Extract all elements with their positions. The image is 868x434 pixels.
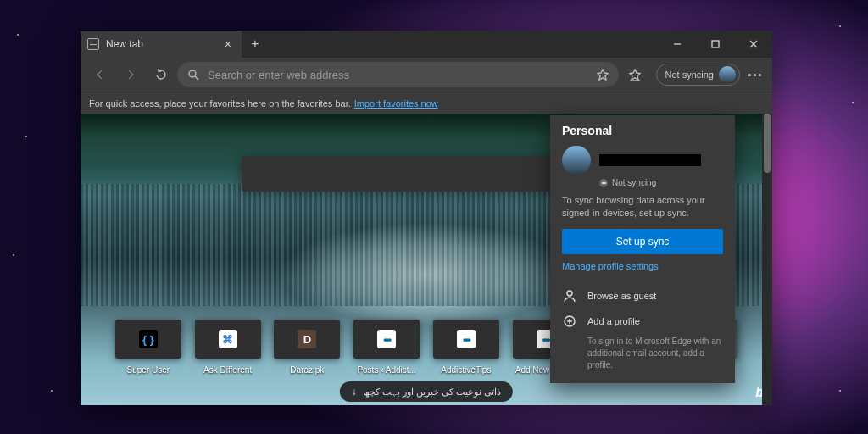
toolbar: Search or enter web address Not syncing: [81, 58, 772, 92]
ask-different-icon: ⌘: [219, 330, 237, 348]
favorites-button[interactable]: [620, 62, 649, 87]
scrollbar-thumb[interactable]: [764, 114, 771, 173]
favorite-star-icon[interactable]: [597, 69, 609, 81]
close-tab-button[interactable]: ×: [221, 37, 235, 51]
plus-circle-icon: [562, 314, 577, 329]
browser-tab[interactable]: New tab ×: [81, 31, 242, 58]
import-favorites-link[interactable]: Import favorites now: [354, 98, 438, 108]
close-window-button[interactable]: [734, 31, 772, 58]
svg-point-9: [567, 291, 572, 296]
person-icon: [562, 288, 577, 303]
settings-menu-button[interactable]: [742, 74, 767, 76]
sync-status-icon: [599, 179, 608, 187]
svg-point-4: [189, 70, 196, 77]
sync-status: Not syncing: [599, 178, 723, 187]
add-profile-desc: To sign in to Microsoft Edge with an add…: [587, 336, 723, 371]
refresh-button[interactable]: [147, 62, 175, 87]
vertical-scrollbar[interactable]: [762, 114, 772, 405]
tile-daraz[interactable]: D Daraz.pk: [274, 320, 342, 375]
daraz-icon: D: [298, 330, 316, 348]
sync-description: To sync browsing data across your signed…: [562, 194, 723, 220]
svg-marker-7: [630, 70, 640, 80]
profile-row[interactable]: [562, 146, 723, 175]
super-user-icon: { }: [139, 330, 158, 348]
sync-status-label: Not syncing: [665, 70, 714, 80]
wordpress-icon: •••: [457, 330, 476, 348]
browser-window: New tab × + Search or enter web address …: [81, 31, 772, 405]
newtab-icon: [87, 38, 99, 50]
maximize-button[interactable]: [696, 31, 734, 58]
flyout-title: Personal: [562, 124, 723, 137]
profile-name-redacted: [599, 154, 701, 166]
forward-button[interactable]: [116, 62, 145, 87]
titlebar: New tab × +: [81, 31, 772, 58]
chevron-down-icon: ↓: [352, 386, 357, 398]
search-icon: [187, 69, 199, 81]
favorites-hint: For quick access, place your favorites h…: [89, 98, 351, 108]
avatar: [719, 66, 736, 83]
minimize-button[interactable]: [658, 31, 696, 58]
address-placeholder: Search or enter web address: [208, 69, 588, 81]
svg-marker-6: [598, 70, 608, 80]
browse-guest-row[interactable]: Browse as guest: [562, 283, 723, 309]
svg-rect-1: [712, 41, 719, 47]
new-tab-button[interactable]: +: [242, 31, 269, 58]
add-profile-row[interactable]: Add a profile: [562, 309, 723, 334]
tab-title: New tab: [106, 38, 143, 50]
favorites-bar: For quick access, place your favorites h…: [81, 92, 772, 114]
setup-sync-button[interactable]: Set up sync: [562, 229, 723, 254]
wordpress-icon: •••: [377, 330, 396, 348]
profile-pill[interactable]: Not syncing: [656, 64, 740, 86]
feed-label: ذاتی نوعیت کی خبریں اور بہت کچھ: [364, 387, 501, 398]
tile-posts-addict[interactable]: ••• Posts ‹ Addict...: [353, 320, 420, 375]
tile-addictivetips[interactable]: ••• AddictiveTips: [432, 320, 500, 375]
back-button[interactable]: [86, 62, 114, 87]
tile-super-user[interactable]: { } Super User: [114, 320, 182, 375]
tile-ask-different[interactable]: ⌘ Ask Different: [194, 320, 262, 375]
profile-flyout: Personal Not syncing To sync browsing da…: [550, 115, 735, 383]
svg-line-5: [195, 76, 198, 80]
avatar: [562, 146, 591, 175]
news-feed-pill[interactable]: ↓ ذاتی نوعیت کی خبریں اور بہت کچھ: [340, 381, 513, 402]
manage-profile-link[interactable]: Manage profile settings: [562, 261, 723, 271]
address-bar[interactable]: Search or enter web address: [177, 62, 619, 87]
